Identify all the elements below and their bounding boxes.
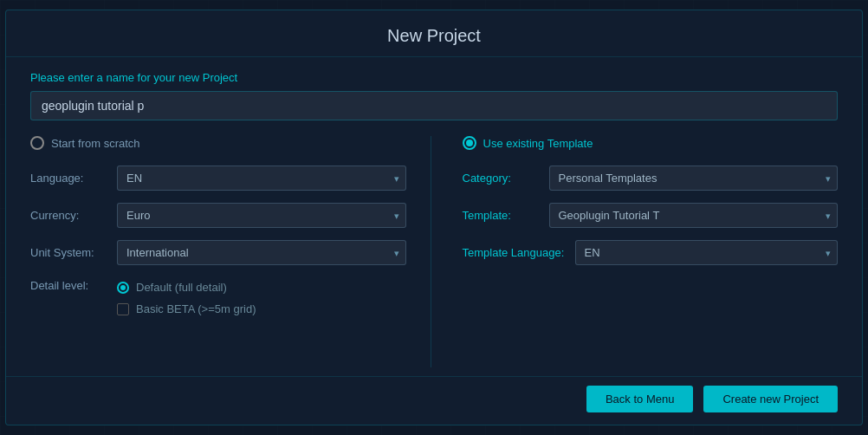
detail-level-label: Detail level: (30, 277, 117, 292)
unit-system-row: Unit System: International Imperial US ▾ (30, 240, 406, 265)
template-language-select-wrapper: EN DE FR ▾ (575, 240, 839, 265)
detail-level-control: Default (full detail) Basic BETA (>=5m g… (117, 281, 406, 324)
language-label: Language: (30, 172, 117, 185)
language-control: EN DE FR ES ▾ (117, 166, 406, 191)
two-columns-layout: Start from scratch Language: EN DE FR ES (30, 136, 838, 367)
template-control: Geoplugin Tutorial T ▾ (549, 203, 839, 228)
basic-beta-label: Basic BETA (>=5m grid) (136, 302, 256, 315)
create-project-button[interactable]: Create new Project (703, 386, 838, 412)
unit-system-select-wrapper: International Imperial US ▾ (117, 240, 406, 265)
template-select[interactable]: Geoplugin Tutorial T (549, 203, 839, 228)
template-language-label: Template Language: (463, 246, 575, 259)
start-scratch-label: Start from scratch (51, 137, 140, 150)
unit-system-label: Unit System: (30, 246, 117, 259)
default-detail-option[interactable]: Default (full detail) (117, 281, 406, 294)
default-detail-label: Default (full detail) (136, 281, 227, 294)
dialog-title: New Project (6, 10, 862, 57)
project-name-input[interactable] (30, 91, 838, 120)
template-row: Template: Geoplugin Tutorial T ▾ (463, 203, 839, 228)
currency-select[interactable]: Euro USD GBP JPY (117, 203, 406, 228)
template-language-select[interactable]: EN DE FR (575, 240, 839, 265)
left-column: Start from scratch Language: EN DE FR ES (30, 136, 431, 367)
start-from-scratch-header[interactable]: Start from scratch (30, 136, 406, 150)
template-language-row: Template Language: EN DE FR ▾ (463, 240, 839, 265)
language-select-wrapper: EN DE FR ES ▾ (117, 166, 406, 191)
project-name-label: Please enter a name for your new Project (30, 71, 838, 84)
use-template-radio[interactable] (463, 136, 476, 150)
dialog-body: Please enter a name for your new Project… (6, 57, 862, 376)
detail-level-row: Detail level: Default (full detail) Basi… (30, 277, 406, 324)
back-to-menu-button[interactable]: Back to Menu (586, 386, 694, 412)
new-project-dialog: New Project Please enter a name for your… (5, 10, 863, 425)
category-label: Category: (463, 172, 549, 185)
start-scratch-radio[interactable] (30, 136, 44, 150)
category-row: Category: Personal Templates Standard Sh… (463, 166, 839, 191)
template-select-wrapper: Geoplugin Tutorial T ▾ (549, 203, 839, 228)
template-language-control: EN DE FR ▾ (575, 240, 839, 265)
basic-beta-checkbox[interactable] (117, 303, 129, 315)
template-label: Template: (463, 209, 549, 222)
category-select-wrapper: Personal Templates Standard Shared ▾ (549, 166, 839, 191)
use-existing-template-header[interactable]: Use existing Template (463, 136, 839, 150)
default-detail-radio[interactable] (117, 282, 129, 294)
use-template-label: Use existing Template (483, 137, 593, 150)
unit-system-control: International Imperial US ▾ (117, 240, 406, 265)
unit-system-select[interactable]: International Imperial US (117, 240, 406, 265)
currency-select-wrapper: Euro USD GBP JPY ▾ (117, 203, 406, 228)
right-column: Use existing Template Category: Personal… (431, 136, 839, 367)
category-select[interactable]: Personal Templates Standard Shared (549, 166, 839, 191)
currency-row: Currency: Euro USD GBP JPY ▾ (30, 203, 406, 228)
language-row: Language: EN DE FR ES ▾ (30, 166, 406, 191)
language-select[interactable]: EN DE FR ES (117, 166, 406, 191)
dialog-footer: Back to Menu Create new Project (6, 376, 862, 425)
currency-label: Currency: (30, 209, 117, 222)
category-control: Personal Templates Standard Shared ▾ (549, 166, 839, 191)
basic-beta-option[interactable]: Basic BETA (>=5m grid) (117, 302, 406, 315)
currency-control: Euro USD GBP JPY ▾ (117, 203, 406, 228)
